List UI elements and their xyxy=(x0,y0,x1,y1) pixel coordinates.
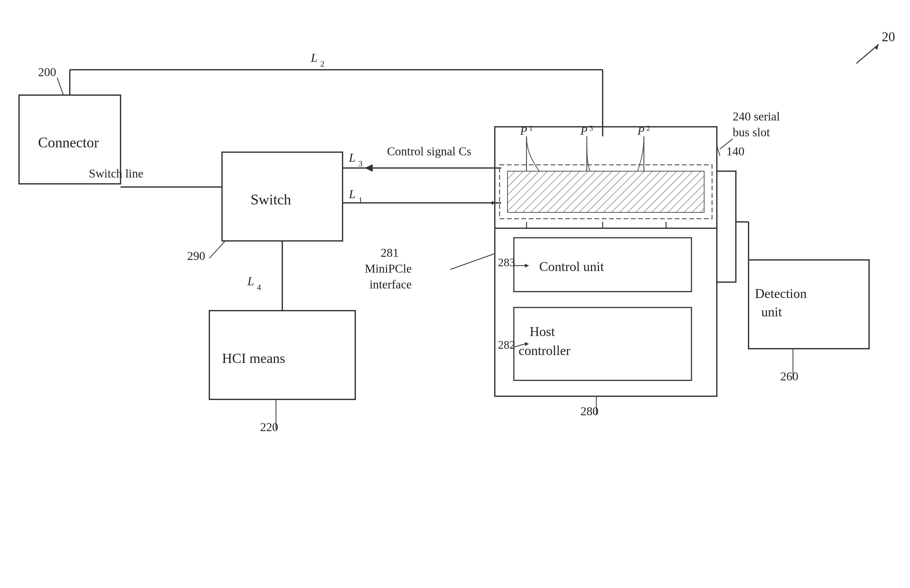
ref-281-label2: MiniPCle xyxy=(365,262,412,275)
ref-281-label3: interface xyxy=(369,278,412,291)
svg-line-6 xyxy=(209,241,225,258)
host-controller-label2: controller xyxy=(518,343,570,358)
ref-281-label: 281 xyxy=(381,246,399,259)
L4-sub: 4 xyxy=(257,283,261,292)
hci-label: HCI means xyxy=(222,351,285,366)
switch-line-label: Switch line xyxy=(89,167,143,180)
diagram-container: 20 200 Connector Switch 290 Switch line … xyxy=(0,0,910,588)
ref-200: 200 xyxy=(38,65,56,79)
host-block xyxy=(495,228,717,396)
diagram-svg: 20 200 Connector Switch 290 Switch line … xyxy=(0,0,910,588)
connector-label: Connector xyxy=(38,134,99,150)
hatch-area xyxy=(507,171,704,212)
switch-label: Switch xyxy=(251,191,291,208)
ref-280: 280 xyxy=(580,404,599,418)
detection-unit-box xyxy=(748,260,869,349)
detection-label1: Detection xyxy=(755,286,806,301)
L1-label: L xyxy=(348,187,356,201)
L4-label: L xyxy=(247,275,254,288)
svg-marker-4 xyxy=(875,44,879,50)
P2-label: P xyxy=(637,124,644,137)
L2-sub: 2 xyxy=(321,59,324,68)
ref-290: 290 xyxy=(187,249,205,262)
L2-label: L xyxy=(311,51,317,65)
P3-sub: 3 xyxy=(589,124,593,132)
L3-sub: 3 xyxy=(358,159,363,168)
ref-240-label: 240 serial xyxy=(733,110,780,123)
detection-label2: unit xyxy=(761,305,782,319)
ref-282: 282 xyxy=(498,339,515,351)
slot-right-ext xyxy=(717,171,736,282)
host-controller-label1: Host xyxy=(530,324,555,339)
ref-140: 140 xyxy=(726,145,745,158)
control-signal-label: Control signal Cs xyxy=(387,145,471,158)
svg-line-15 xyxy=(450,254,495,270)
control-unit-label: Control unit xyxy=(539,259,604,274)
svg-line-5 xyxy=(57,78,63,95)
P3-label: P xyxy=(580,124,588,137)
P2-sub: 2 xyxy=(646,124,650,132)
ref-260: 260 xyxy=(780,370,798,383)
ref-220: 220 xyxy=(260,420,278,434)
ref-240-label2: bus slot xyxy=(733,126,770,139)
P1-sub: 1 xyxy=(529,124,533,132)
ref-283: 283 xyxy=(498,256,515,269)
svg-marker-17 xyxy=(525,264,529,268)
L3-label: L xyxy=(348,151,356,164)
P1-label: P xyxy=(520,124,527,137)
figure-number: 20 xyxy=(882,29,895,44)
